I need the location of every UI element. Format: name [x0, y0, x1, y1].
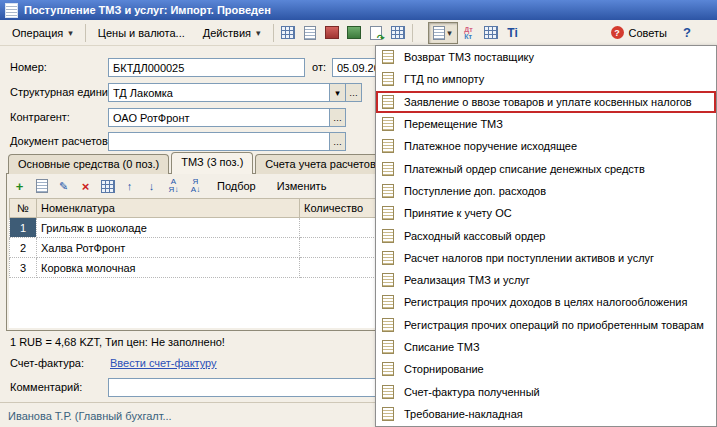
number-input[interactable] [108, 58, 305, 77]
create-based-on-button[interactable]: ▾ [428, 22, 458, 44]
list-icon-button[interactable] [480, 22, 502, 44]
list-icon [484, 26, 498, 39]
col-header-nomenclature[interactable]: Номенклатура [37, 199, 300, 218]
document-icon [382, 184, 394, 198]
menu-item-import-declaration[interactable]: Заявление о ввозе товаров и уплате косве… [376, 91, 716, 113]
change-button[interactable]: Изменить [267, 177, 337, 195]
document-icon [382, 318, 394, 332]
menu-item-payment-order-writeoff[interactable]: Платежный ордер списание денежных средст… [376, 157, 716, 179]
toolbar-separator [273, 24, 274, 42]
help-icon: ? [683, 25, 691, 40]
menu-item-tax-calculation[interactable]: Расчет налогов при поступлении активов и… [376, 247, 716, 269]
edit-row-button[interactable]: ✎ [53, 176, 74, 197]
enter-invoice-link[interactable]: Ввести счет-фактуру [110, 357, 217, 369]
tips-icon: ? [611, 26, 624, 39]
help-button[interactable]: ? [676, 22, 698, 44]
copy-icon [36, 179, 48, 193]
add-row-button[interactable]: + [9, 176, 30, 197]
document-icon [382, 50, 394, 64]
pick-button[interactable]: Подбор [207, 177, 266, 195]
toolbar-separator [412, 24, 413, 42]
grid-icon [281, 26, 295, 39]
menu-item-move-tmz[interactable]: Перемещение ТМЗ [376, 113, 716, 135]
settlement-select-button[interactable]: … [329, 132, 346, 151]
title-bar: Поступление ТМЗ и услуг: Импорт. Проведе… [0, 0, 717, 20]
document-icon [304, 26, 316, 40]
menu-item-writeoff-tmz[interactable]: Списание ТМЗ [376, 336, 716, 358]
operation-menu-button[interactable]: Операция ▾ [3, 23, 82, 43]
add-copy-button[interactable] [31, 176, 52, 197]
red-book-icon-button[interactable] [321, 22, 343, 44]
tab-strip: Основные средства (0 поз.) ТМЗ (3 поз.) … [8, 152, 388, 174]
menu-item-gtd-import[interactable]: ГТД по импорту [376, 68, 716, 90]
menu-item-other-income-registration[interactable]: Регистрация прочих доходов в целях налог… [376, 291, 716, 313]
menu-item-return-to-supplier[interactable]: Возврат ТМЗ поставщику [376, 46, 716, 68]
green-book-icon [347, 26, 361, 39]
document-icon [382, 407, 394, 421]
menu-item-outgoing-payment-order[interactable]: Платежное поручение исходящее [376, 135, 716, 157]
totals-button[interactable]: Тi [502, 22, 524, 44]
main-toolbar: Операция ▾ Цены и валюта... Действия ▾ ▾… [0, 20, 717, 46]
date-label: от: [312, 61, 326, 73]
document-icon [382, 117, 394, 131]
invoice-label: Счет-фактура: [10, 357, 84, 369]
menu-item-requisition-invoice[interactable]: Требование-накладная [376, 403, 716, 425]
menu-item-sale-tmz-services[interactable]: Реализация ТМЗ и услуг [376, 269, 716, 291]
delete-row-button[interactable]: × [75, 176, 96, 197]
contractor-label: Контрагент: [10, 111, 70, 123]
dt-kt-button[interactable]: ДтКт [458, 22, 480, 44]
unit-dropdown-button[interactable]: ▾ [329, 83, 346, 102]
responsible-user: Иванова Т.Р. (Главный бухгалт... [8, 410, 172, 422]
document-icon [382, 295, 394, 309]
menu-item-accept-fixed-asset[interactable]: Принятие к учету ОС [376, 202, 716, 224]
tab-fixed-assets[interactable]: Основные средства (0 поз.) [8, 154, 169, 174]
move-down-button[interactable]: ↓ [141, 176, 162, 197]
arrow-up-icon: ↑ [127, 180, 133, 192]
create-based-on-menu: Возврат ТМЗ поставщику ГТД по импорту За… [375, 45, 717, 427]
col-header-num[interactable]: № [10, 199, 37, 218]
menu-item-cash-expense-order[interactable]: Расходный кассовый ордер [376, 224, 716, 246]
unit-select-button[interactable]: … [345, 83, 362, 102]
settlement-doc-label: Документ расчетов: [10, 135, 111, 147]
table-icon [391, 26, 405, 39]
table-icon-button[interactable] [387, 22, 409, 44]
sort-asc-button[interactable]: АЯ↓ [163, 176, 184, 197]
menu-item-additional-expenses[interactable]: Поступление доп. расходов [376, 180, 716, 202]
chevron-down-icon: ▾ [447, 28, 452, 38]
actions-menu-button[interactable]: Действия ▾ [194, 23, 270, 43]
menu-item-other-operations-registration[interactable]: Регистрация прочих операций по приобрете… [376, 314, 716, 336]
grid-icon-button[interactable] [277, 22, 299, 44]
doc-arrow-icon [370, 26, 382, 40]
document-icon [382, 273, 394, 287]
document-icon [382, 229, 394, 243]
contractor-input[interactable] [108, 108, 330, 127]
currency-rate-info: 1 RUB = 4,68 KZT, Тип цен: Не заполнено! [10, 336, 225, 348]
number-label: Номер: [10, 61, 47, 73]
move-up-button[interactable]: ↑ [119, 176, 140, 197]
delete-icon: × [82, 179, 90, 194]
tab-tmz[interactable]: ТМЗ (3 поз.) [171, 152, 253, 174]
order-settings-button[interactable] [97, 176, 118, 197]
contractor-select-button[interactable]: … [329, 108, 346, 127]
tips-button[interactable]: ? Советы [602, 22, 676, 43]
doc-arrow-icon-button[interactable] [365, 22, 387, 44]
totals-icon: Тi [507, 26, 518, 40]
document-icon [382, 72, 394, 86]
settlement-doc-input[interactable] [108, 132, 330, 151]
menu-item-received-invoice[interactable]: Счет-фактура полученный [376, 380, 716, 402]
prices-currency-button[interactable]: Цены и валюта... [89, 23, 194, 43]
green-book-icon-button[interactable] [343, 22, 365, 44]
document-icon-button[interactable] [299, 22, 321, 44]
items-toolbar: + ✎ × ↑ ↓ АЯ↓ ЯА↓ Подбор Изменить [9, 175, 336, 197]
document-icon [382, 340, 394, 354]
chevron-down-icon: ▾ [68, 28, 73, 38]
document-icon [382, 139, 394, 153]
chevron-down-icon: ▾ [256, 28, 261, 38]
unit-input[interactable] [108, 83, 330, 102]
grid-icon [101, 180, 115, 193]
sort-asc-icon: АЯ↓ [169, 178, 179, 194]
sort-desc-button[interactable]: ЯА↓ [185, 176, 206, 197]
menu-item-reversal[interactable]: Сторнирование [376, 358, 716, 380]
tab-settlement-accounts[interactable]: Счета учета расчетов [255, 154, 385, 174]
document-icon [382, 95, 394, 109]
